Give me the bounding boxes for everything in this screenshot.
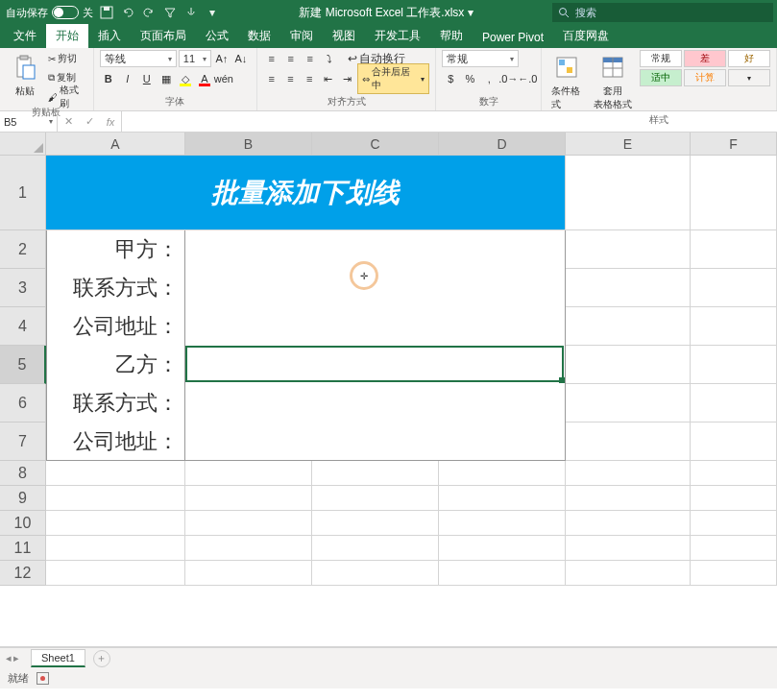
touch-icon[interactable] [183,5,199,20]
cut-button[interactable]: ✂剪切 [48,50,87,67]
label-cell-1[interactable]: 甲方： [46,230,185,269]
cell[interactable] [566,422,691,461]
row-header-3[interactable]: 3 [0,269,46,307]
row-header-12[interactable]: 12 [0,561,46,586]
font-color-button[interactable]: A [196,70,213,87]
cell[interactable] [691,269,777,307]
style-good2[interactable]: 好 [728,50,770,67]
col-header-A[interactable]: A [46,133,185,156]
label-cell-3[interactable]: 公司地址： [46,307,185,346]
cell[interactable] [46,536,185,561]
style-moderate[interactable]: 适中 [640,69,682,86]
cell[interactable] [439,461,566,486]
label-cell-5[interactable]: 联系方式： [46,384,185,422]
cell[interactable] [46,461,185,486]
cell[interactable] [691,536,777,561]
style-bad[interactable]: 差 [684,50,726,67]
row-header-1[interactable]: 1 [0,156,46,230]
row-header-9[interactable]: 9 [0,486,46,511]
autosave-toggle[interactable]: 自动保存 关 [6,6,93,20]
conditional-format-button[interactable]: 条件格式 [547,50,586,113]
row-header-4[interactable]: 4 [0,307,46,346]
label-cell-6[interactable]: 公司地址： [46,422,185,461]
cell[interactable] [691,384,777,422]
col-header-D[interactable]: D [439,133,566,156]
number-format-dropdown[interactable]: 常规▾ [442,50,519,67]
cell[interactable] [185,511,312,536]
data-cell-6[interactable] [185,422,566,461]
align-bottom-icon[interactable]: ≡ [302,50,319,67]
cell[interactable] [312,486,439,511]
font-name-dropdown[interactable]: 等线▾ [100,50,177,67]
cell[interactable] [312,511,439,536]
tab-review[interactable]: 审阅 [280,24,323,48]
tab-powerpivot[interactable]: Power Pivot [473,27,553,48]
row-header-6[interactable]: 6 [0,384,46,422]
redo-icon[interactable] [141,5,157,20]
cell[interactable] [691,422,777,461]
align-center-icon[interactable]: ≡ [282,70,300,87]
cell[interactable] [691,307,777,346]
sheet-nav-next-icon[interactable]: ▸ [13,652,19,664]
cell[interactable] [691,346,777,384]
cell[interactable] [566,511,691,536]
cell[interactable] [46,561,185,586]
enter-fx-icon[interactable]: ✓ [79,115,100,128]
cell[interactable] [691,561,777,586]
cell[interactable] [566,461,691,486]
tab-home[interactable]: 开始 [46,24,88,48]
tab-view[interactable]: 视图 [323,24,365,48]
row-header-10[interactable]: 10 [0,511,46,536]
cell[interactable] [691,230,777,269]
increase-decimal-icon[interactable]: .0→ [499,70,517,87]
tab-formulas[interactable]: 公式 [196,24,238,48]
row-header-8[interactable]: 8 [0,461,46,486]
cell[interactable] [312,461,439,486]
comma-icon[interactable]: , [480,70,498,87]
cell[interactable] [691,461,777,486]
tab-data[interactable]: 数据 [238,24,280,48]
cancel-fx-icon[interactable]: ✕ [58,115,79,128]
label-cell-2[interactable]: 联系方式： [46,269,185,307]
filter-icon[interactable] [162,5,178,20]
cell[interactable] [439,511,566,536]
align-left-icon[interactable]: ≡ [263,70,280,87]
tab-help[interactable]: 帮助 [430,24,473,48]
cell[interactable] [691,486,777,511]
data-cell-1[interactable] [185,230,566,269]
underline-button[interactable]: U [138,70,156,87]
save-icon[interactable] [99,5,114,20]
cell[interactable] [185,536,312,561]
cell[interactable] [566,536,691,561]
phonetic-button[interactable]: wén [215,70,232,87]
cell[interactable] [439,561,566,586]
cell[interactable] [691,511,777,536]
cell[interactable] [566,384,691,422]
currency-icon[interactable]: $ [442,70,459,87]
decrease-font-icon[interactable]: A↓ [232,50,250,67]
tab-dev[interactable]: 开发工具 [365,24,430,48]
record-macro-icon[interactable] [36,672,49,685]
tab-file[interactable]: 文件 [4,24,46,48]
cell[interactable] [46,511,185,536]
indent-increase-icon[interactable]: ⇥ [339,70,356,87]
cell[interactable] [439,486,566,511]
search-input[interactable] [575,7,767,18]
col-header-F[interactable]: F [691,133,777,156]
cell[interactable] [439,536,566,561]
format-painter-button[interactable]: 🖌格式刷 [48,88,87,106]
cell[interactable] [312,536,439,561]
cell[interactable] [185,561,312,586]
col-header-E[interactable]: E [566,133,691,156]
border-button[interactable]: ▦ [158,70,175,87]
style-more[interactable]: ▾ [728,69,770,86]
cell[interactable] [566,156,691,230]
cell[interactable] [185,486,312,511]
paste-button[interactable]: 粘贴 [6,50,44,100]
tab-insert[interactable]: 插入 [88,24,131,48]
indent-decrease-icon[interactable]: ⇤ [320,70,337,87]
row-header-2[interactable]: 2 [0,230,46,269]
cell[interactable] [185,461,312,486]
title-cell[interactable]: 批量添加下划线 [46,156,566,230]
cell[interactable] [566,561,691,586]
